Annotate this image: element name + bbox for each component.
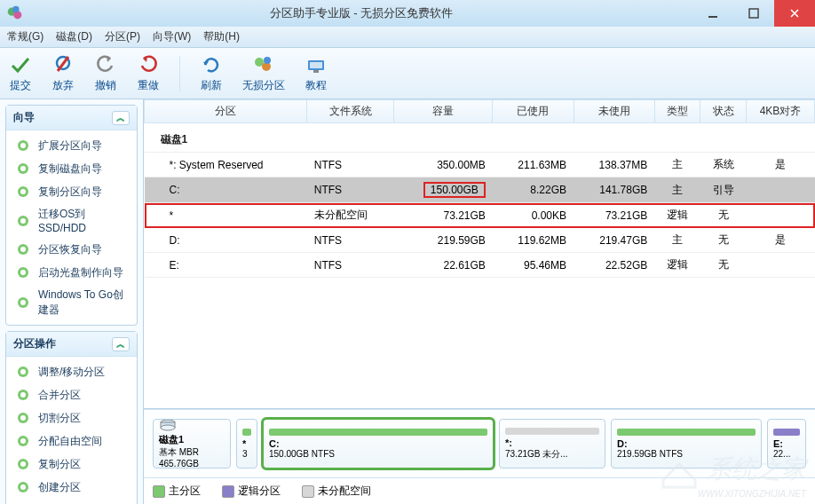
toolbar-undo-button[interactable]: 撤销	[94, 53, 117, 93]
svg-rect-11	[313, 70, 319, 73]
toolbar-check-button[interactable]: 提交	[9, 53, 32, 93]
svg-point-33	[20, 438, 26, 444]
column-header[interactable]: 类型	[654, 100, 700, 123]
toolbar-label: 撤销	[95, 78, 116, 93]
svg-point-44	[161, 425, 175, 430]
list-item-icon	[15, 410, 31, 426]
svg-point-21	[20, 247, 26, 252]
partition-visual-box[interactable]: *3	[236, 419, 257, 469]
list-item-icon	[15, 479, 31, 495]
svg-point-2	[12, 6, 19, 12]
disk-info-box[interactable]: 磁盘1基本 MBR465.76GB	[153, 419, 231, 469]
ops-panel-title: 分区操作	[13, 336, 56, 351]
ops-item-4[interactable]: 复制分区	[6, 453, 137, 476]
toolbar-label: 提交	[10, 78, 31, 93]
column-header[interactable]: 容量	[394, 100, 493, 123]
svg-point-19	[20, 218, 26, 224]
disk-visual: 磁盘1基本 MBR465.76GB*3C:150.00GB NTFS*:73.2…	[144, 409, 815, 477]
wizard-item-1[interactable]: 复制磁盘向导	[6, 157, 137, 180]
column-header[interactable]: 已使用	[493, 100, 574, 123]
undo-icon	[94, 53, 117, 76]
wizard-item-6[interactable]: Windows To Go创建器	[6, 284, 137, 321]
svg-point-27	[20, 369, 26, 374]
wizard-item-0[interactable]: 扩展分区向导	[6, 134, 137, 157]
column-header[interactable]: 未使用	[574, 100, 654, 123]
partition-visual-box[interactable]: D:219.59GB NTFS	[611, 419, 762, 469]
list-item-label: 复制分区	[38, 457, 81, 472]
svg-point-23	[20, 270, 26, 275]
wizard-panel: 向导 ︽ 扩展分区向导复制磁盘向导复制分区向导迁移OS到SSD/HDD分区恢复向…	[5, 105, 138, 326]
disk-visual-row: 磁盘1基本 MBR465.76GB*3C:150.00GB NTFS*:73.2…	[153, 419, 806, 469]
menu-general[interactable]: 常规(G)	[7, 29, 44, 44]
svg-rect-3	[708, 16, 717, 18]
toolbar: 提交放弃撤销重做刷新无损分区教程	[0, 48, 815, 99]
svg-rect-4	[749, 9, 758, 18]
svg-point-17	[20, 189, 26, 194]
svg-point-29	[20, 392, 26, 398]
list-item-icon	[15, 433, 31, 449]
list-item-icon	[15, 213, 31, 229]
partition-visual-box[interactable]: C:150.00GB NTFS	[263, 419, 494, 469]
minimize-button[interactable]	[692, 0, 733, 27]
svg-rect-10	[310, 62, 322, 68]
partition-row[interactable]: C:NTFS150.00GB8.22GB141.78GB主引导	[145, 177, 815, 203]
svg-point-25	[20, 300, 26, 305]
ops-panel-header[interactable]: 分区操作 ︽	[6, 332, 137, 357]
titlebar: 分区助手专业版 - 无损分区免费软件	[0, 0, 815, 27]
ops-item-3[interactable]: 分配自由空间	[6, 429, 137, 453]
svg-point-35	[20, 461, 26, 467]
wizard-item-4[interactable]: 分区恢复向导	[6, 238, 137, 261]
toolbar-discard-button[interactable]: 放弃	[51, 53, 75, 93]
wizard-item-5[interactable]: 启动光盘制作向导	[6, 261, 137, 284]
toolbar-tutorial-button[interactable]: 教程	[305, 53, 328, 93]
toolbar-label: 教程	[305, 78, 327, 93]
collapse-icon[interactable]: ︽	[112, 111, 130, 125]
toolbar-nodamage-button[interactable]: 无损分区	[242, 53, 285, 93]
list-item-icon	[15, 364, 31, 380]
menu-disk[interactable]: 磁盘(D)	[56, 29, 92, 44]
wizard-item-2[interactable]: 复制分区向导	[6, 180, 137, 203]
toolbar-redo-button[interactable]: 重做	[137, 53, 160, 93]
wizard-panel-header[interactable]: 向导 ︽	[6, 106, 137, 130]
list-item-label: 分区恢复向导	[38, 242, 102, 257]
ops-item-6[interactable]: 更改卷标	[6, 499, 137, 504]
ops-item-2[interactable]: 切割分区	[6, 406, 137, 429]
close-icon	[789, 8, 800, 19]
menu-partition[interactable]: 分区(P)	[105, 29, 140, 44]
app-icon	[5, 4, 25, 23]
ops-item-0[interactable]: 调整/移动分区	[6, 360, 137, 383]
partition-row[interactable]: *: System ReservedNTFS350.00MB211.63MB13…	[145, 153, 815, 177]
list-item-label: 创建分区	[38, 480, 81, 495]
partition-row[interactable]: D:NTFS219.59GB119.62MB219.47GB主无是	[145, 228, 815, 253]
partition-visual-box[interactable]: *:73.21GB 未分...	[499, 419, 605, 469]
svg-point-37	[20, 484, 26, 490]
svg-point-13	[20, 143, 26, 148]
menu-wizard[interactable]: 向导(W)	[153, 29, 191, 44]
collapse-icon[interactable]: ︽	[112, 337, 130, 351]
list-item-label: 扩展分区向导	[38, 138, 102, 154]
toolbar-refresh-button[interactable]: 刷新	[200, 53, 223, 93]
partition-row[interactable]: *未分配空间73.21GB0.00KB73.21GB逻辑无	[145, 203, 815, 228]
ops-item-5[interactable]: 创建分区	[6, 476, 137, 499]
sidebar: 向导 ︽ 扩展分区向导复制磁盘向导复制分区向导迁移OS到SSD/HDD分区恢复向…	[0, 99, 144, 504]
list-item-label: 切割分区	[38, 411, 81, 426]
list-item-label: 启动光盘制作向导	[38, 265, 123, 280]
list-item-icon	[15, 241, 31, 257]
ops-item-1[interactable]: 合并分区	[6, 383, 137, 406]
close-button[interactable]	[774, 0, 815, 27]
wizard-list: 扩展分区向导复制磁盘向导复制分区向导迁移OS到SSD/HDD分区恢复向导启动光盘…	[6, 130, 137, 325]
list-item-icon	[15, 161, 31, 177]
menu-help[interactable]: 帮助(H)	[203, 29, 240, 44]
partition-visual-box[interactable]: E:22...	[767, 419, 806, 469]
column-header[interactable]: 状态	[700, 100, 747, 123]
wizard-item-3[interactable]: 迁移OS到SSD/HDD	[6, 203, 137, 238]
partition-row[interactable]: E:NTFS22.61GB95.46MB22.52GB逻辑无	[145, 253, 815, 278]
column-header[interactable]: 文件系统	[307, 100, 394, 123]
list-item-icon	[15, 295, 31, 311]
column-header[interactable]: 4KB对齐	[746, 100, 814, 123]
legend-item: 主分区	[153, 484, 201, 499]
column-header[interactable]: 分区	[145, 100, 307, 123]
maximize-button[interactable]	[733, 0, 774, 27]
list-item-icon	[15, 456, 31, 472]
svg-point-15	[20, 166, 26, 171]
